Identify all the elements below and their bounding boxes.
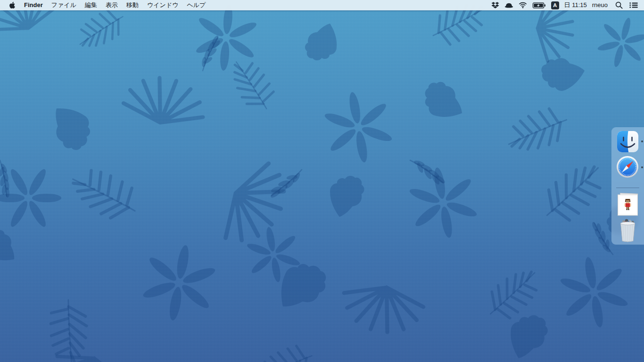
spotlight-search-icon[interactable] [615,1,623,9]
dock-item-image-stack[interactable] [616,193,639,217]
dock-item-safari[interactable] [616,156,639,178]
finder-running-indicator [641,140,643,142]
apple-logo-icon [9,1,16,9]
trash-full-icon [617,217,638,243]
menu-help[interactable]: ヘルプ [187,0,206,10]
input-source-menu[interactable]: A [551,1,559,9]
menu-view[interactable]: 表示 [106,0,118,10]
notification-center-icon[interactable] [629,2,638,8]
finder-icon [617,131,638,152]
menu-bar-right: A 日 11:15 rneuo [491,0,644,10]
menu-file[interactable]: ファイル [51,0,76,10]
menu-window[interactable]: ウインドウ [147,0,179,10]
dock-item-finder[interactable] [617,131,638,152]
dock-separator [616,188,639,188]
safari-icon [616,156,639,178]
safari-running-indicator [641,166,643,168]
menu-go[interactable]: 移動 [126,0,139,10]
dock [611,127,644,245]
dock-item-trash[interactable] [617,217,638,243]
menu-bar: Finder ファイル 編集 表示 移動 ウインドウ ヘルプ A 日 11:15… [0,0,644,10]
dropbox-icon[interactable] [491,1,499,9]
clock-menu[interactable]: 日 11:15 [564,0,587,10]
bowler-hat-icon[interactable] [504,2,513,8]
photo-stack-icon [616,193,639,217]
user-switch-menu[interactable]: rneuo [592,0,608,10]
menu-edit[interactable]: 編集 [85,0,97,10]
apple-menu[interactable] [9,1,16,9]
battery-charging-icon[interactable] [532,2,546,8]
app-menu-finder[interactable]: Finder [24,0,43,10]
wifi-icon[interactable] [519,2,527,8]
wallpaper [0,0,644,362]
menu-bar-left: Finder ファイル 編集 表示 移動 ウインドウ ヘルプ [0,0,206,10]
desktop: Finder ファイル 編集 表示 移動 ウインドウ ヘルプ A 日 11:15… [0,0,644,362]
